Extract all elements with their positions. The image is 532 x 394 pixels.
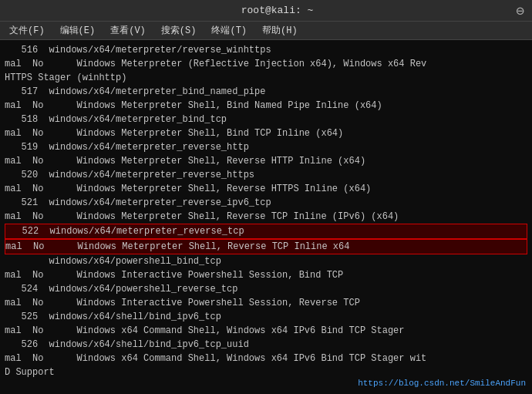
menubar: 文件(F)编辑(E)查看(V)搜索(S)终端(T)帮助(H)	[0, 22, 532, 40]
terminal-content: 516 windows/x64/meterpreter/reverse_winh…	[0, 40, 532, 394]
menu-item-编辑(E)[interactable]: 编辑(E)	[54, 22, 102, 39]
menu-item-帮助(H)[interactable]: 帮助(H)	[256, 22, 304, 39]
terminal-line: mal No Windows Meterpreter Shell, Bind N…	[5, 99, 527, 113]
highlighted-path-line: 522 windows/x64/meterpreter_reverse_tcp	[5, 224, 527, 239]
terminal-line: mal No Windows Meterpreter Shell, Bind T…	[5, 126, 527, 140]
terminal-line: 518 windows/x64/meterpreter_bind_tcp	[5, 113, 527, 126]
watermark: https://blog.csdn.net/SmileAndFun	[358, 377, 526, 390]
menu-item-查看(V)[interactable]: 查看(V)	[104, 22, 152, 39]
window-title: root@kali: ~	[39, 5, 516, 16]
terminal-line: mal No Windows x64 Command Shell, Window…	[5, 324, 527, 338]
menu-item-终端(T)[interactable]: 终端(T)	[205, 22, 253, 39]
terminal-line: mal No Windows Interactive Powershell Se…	[5, 296, 527, 310]
terminal-line: mal No Windows Interactive Powershell Se…	[5, 268, 527, 282]
titlebar: root@kali: ~ ⊖	[0, 0, 532, 22]
terminal-line: mal No Windows x64 Command Shell, Window…	[5, 352, 527, 365]
terminal-line: 525 windows/x64/shell/bind_ipv6_tcp	[5, 310, 527, 324]
terminal-line: 524 windows/x64/powershell_reverse_tcp	[5, 282, 527, 296]
terminal-line: mal No Windows Meterpreter Shell, Revers…	[5, 182, 527, 196]
terminal-line: windows/x64/powershell_bind_tcp	[5, 254, 527, 268]
terminal-line: 516 windows/x64/meterpreter/reverse_winh…	[5, 43, 527, 57]
terminal-line: 519 windows/x64/meterpreter_reverse_http	[5, 140, 527, 154]
menu-item-文件(F)[interactable]: 文件(F)	[3, 22, 51, 39]
terminal-line: 520 windows/x64/meterpreter_reverse_http…	[5, 168, 527, 182]
highlighted-desc-line: mal No Windows Meterpreter Shell, Revers…	[5, 239, 527, 254]
terminal-line: mal No Windows Meterpreter (Reflective I…	[5, 57, 527, 71]
terminal-line: 521 windows/x64/meterpreter_reverse_ipv6…	[5, 196, 527, 210]
terminal-line: mal No Windows Meterpreter Shell, Revers…	[5, 210, 527, 224]
terminal-line: mal No Windows Meterpreter Shell, Revers…	[5, 154, 527, 168]
terminal-line: 517 windows/x64/meterpreter_bind_named_p…	[5, 85, 527, 99]
terminal-line: HTTPS Stager (winhttp)	[5, 71, 527, 85]
menu-item-搜索(S)[interactable]: 搜索(S)	[155, 22, 203, 39]
close-button[interactable]: ⊖	[516, 2, 524, 19]
terminal-line: 526 windows/x64/shell/bind_ipv6_tcp_uuid	[5, 338, 527, 352]
